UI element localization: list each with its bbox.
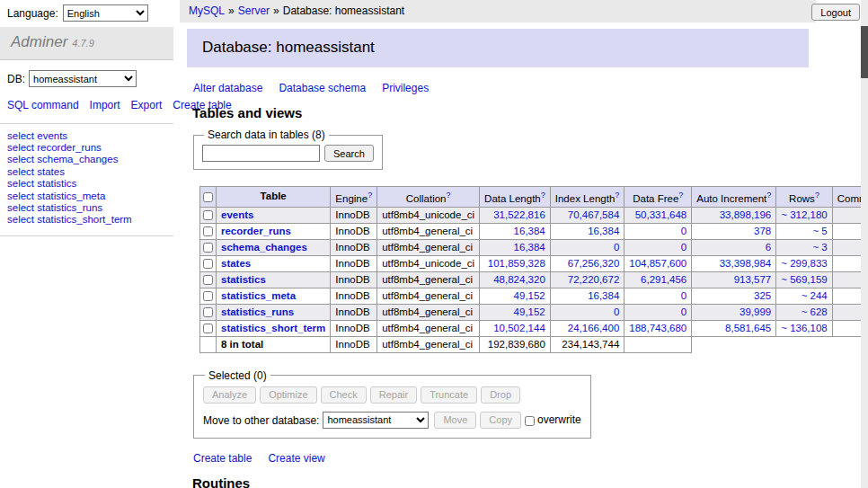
copy-button[interactable]: Copy [480, 412, 521, 429]
repair-button[interactable]: Repair [370, 386, 417, 404]
sidebar-select-statistics-runs-link[interactable]: select statistics_runs [7, 202, 102, 213]
table-schema-changes-link[interactable]: schema_changes [221, 242, 307, 253]
table-events-link[interactable]: events [221, 209, 253, 220]
value-16-384-link[interactable]: 16,384 [514, 242, 545, 253]
value-33-398-984-link[interactable]: 33,398,984 [720, 258, 772, 269]
value-33-898-196-link[interactable]: 33,898,196 [720, 209, 772, 220]
truncate-button[interactable]: Truncate [421, 386, 477, 404]
action-alter-database-link[interactable]: Alter database [193, 82, 262, 94]
sidebar-select-states-link[interactable]: select states [7, 166, 65, 177]
value-31-522-816-link[interactable]: 31,522,816 [493, 209, 545, 220]
value-16-384-link[interactable]: 16,384 [514, 226, 545, 236]
value-16-384-link[interactable]: 16,384 [588, 226, 619, 236]
table-recorder-runs-link[interactable]: recorder_runs [221, 226, 291, 236]
sidebar-select-statistics-meta-link[interactable]: select statistics_meta [7, 191, 105, 201]
row-checkbox[interactable] [203, 291, 213, 301]
value-8-581-645-link[interactable]: 8,581,645 [725, 323, 771, 333]
value-48-824-320-link[interactable]: 48,824,320 [493, 274, 545, 285]
breadcrumb-server-link[interactable]: Server [238, 4, 270, 17]
sidebar-export-link[interactable]: Export [131, 99, 163, 111]
select-all-checkbox[interactable] [203, 192, 213, 202]
value-299-833-link[interactable]: ~ 299,833 [781, 258, 827, 269]
help-icon[interactable]: ? [766, 191, 771, 200]
move-database-select[interactable]: homeassistant [323, 412, 429, 429]
check-button[interactable]: Check [321, 386, 367, 404]
help-icon[interactable]: ? [678, 191, 683, 200]
value-70-467-584-link[interactable]: 70,467,584 [568, 209, 620, 220]
help-icon[interactable]: ? [815, 191, 819, 200]
value-24-166-400-link[interactable]: 24,166,400 [568, 323, 620, 333]
value-325-link[interactable]: 325 [754, 290, 771, 301]
sidebar-select-statistics-short-term-link[interactable]: select statistics_short_term [7, 214, 132, 225]
sidebar-select-statistics-link[interactable]: select statistics [7, 178, 76, 189]
action-create-view-link[interactable]: Create view [268, 452, 324, 465]
overwrite-checkbox[interactable] [525, 416, 535, 426]
value-569-159-link[interactable]: ~ 569,159 [781, 274, 827, 285]
row-checkbox[interactable] [203, 324, 213, 333]
sidebar-select-events-link[interactable]: select events [7, 130, 67, 141]
row-checkbox[interactable] [203, 275, 213, 285]
value-49-152-link[interactable]: 49,152 [514, 306, 545, 317]
value-188-743-680-link[interactable]: 188,743,680 [629, 323, 686, 333]
help-icon[interactable]: ? [615, 191, 619, 200]
help-icon[interactable]: ? [368, 191, 372, 200]
table-statistics-short-term-link[interactable]: statistics_short_term [221, 323, 325, 333]
value-244-link[interactable]: ~ 244 [802, 290, 828, 301]
value-0-link[interactable]: 0 [681, 306, 686, 317]
vertical-scrollbar[interactable] [861, 0, 868, 488]
value-913-577-link[interactable]: 913,577 [734, 274, 772, 285]
sidebar-import-link[interactable]: Import [90, 99, 120, 111]
action-privileges-link[interactable]: Privileges [382, 82, 429, 94]
search-button[interactable]: Search [324, 145, 374, 162]
value-3-link[interactable]: ~ 3 [812, 242, 827, 253]
help-icon[interactable]: ? [446, 191, 450, 200]
row-checkbox[interactable] [203, 210, 213, 220]
totals-row: 8 in totalInnoDButf8mb4_general_ci192,83… [200, 336, 868, 352]
value-10-502-144-link[interactable]: 10,502,144 [493, 323, 545, 333]
action-database-schema-link[interactable]: Database schema [279, 82, 366, 94]
drop-button[interactable]: Drop [481, 386, 520, 404]
scrollbar-thumb[interactable] [861, 26, 868, 78]
value-67-256-320-link[interactable]: 67,256,320 [568, 258, 620, 269]
value-312-180-link[interactable]: ~ 312,180 [781, 209, 827, 220]
table-statistics-meta-link[interactable]: statistics_meta [221, 290, 296, 301]
value-378-link[interactable]: 378 [754, 226, 771, 236]
row-checkbox[interactable] [203, 259, 213, 269]
help-icon[interactable]: ? [541, 191, 545, 200]
sidebar-select-recorder-runs-link[interactable]: select recorder_runs [7, 142, 102, 153]
breadcrumb-mysql-link[interactable]: MySQL [189, 4, 225, 17]
row-checkbox[interactable] [203, 243, 213, 253]
value-0-link[interactable]: 0 [681, 242, 686, 253]
row-checkbox[interactable] [203, 226, 213, 236]
value-104-857-600-link[interactable]: 104,857,600 [629, 258, 686, 269]
value-72-220-672-link[interactable]: 72,220,672 [568, 274, 620, 285]
action-create-table-link[interactable]: Create table [193, 452, 252, 465]
value-50-331-648-link[interactable]: 50,331,648 [635, 209, 687, 220]
table-statistics-runs-link[interactable]: statistics_runs [221, 306, 294, 317]
value-6-link[interactable]: 6 [766, 242, 771, 253]
table-statistics-link[interactable]: statistics [221, 274, 266, 285]
value-0-link[interactable]: 0 [681, 290, 686, 301]
db-select[interactable]: homeassistant [29, 70, 137, 87]
value-0-link[interactable]: 0 [681, 226, 686, 236]
value-39-999-link[interactable]: 39,999 [740, 306, 771, 317]
value-5-link[interactable]: ~ 5 [812, 226, 827, 236]
row-checkbox[interactable] [203, 307, 213, 317]
value-0-link[interactable]: 0 [614, 306, 619, 317]
language-select[interactable]: English [63, 4, 148, 22]
logout-button[interactable]: Logout [811, 4, 860, 21]
move-button[interactable]: Move [434, 412, 476, 429]
value-16-384-link[interactable]: 16,384 [588, 290, 619, 301]
value-136-108-link[interactable]: ~ 136,108 [781, 323, 827, 333]
value-0-link[interactable]: 0 [614, 242, 619, 253]
sidebar-sql-command-link[interactable]: SQL command [7, 99, 79, 111]
value-49-152-link[interactable]: 49,152 [514, 290, 545, 301]
sidebar-select-schema-changes-link[interactable]: select schema_changes [7, 154, 118, 164]
search-input[interactable] [202, 145, 320, 162]
table-states-link[interactable]: states [221, 258, 251, 269]
optimize-button[interactable]: Optimize [260, 386, 316, 404]
value-6-291-456-link[interactable]: 6,291,456 [641, 274, 686, 285]
analyze-button[interactable]: Analyze [203, 386, 256, 404]
value-628-link[interactable]: ~ 628 [802, 306, 828, 317]
value-101-859-328-link[interactable]: 101,859,328 [488, 258, 545, 269]
